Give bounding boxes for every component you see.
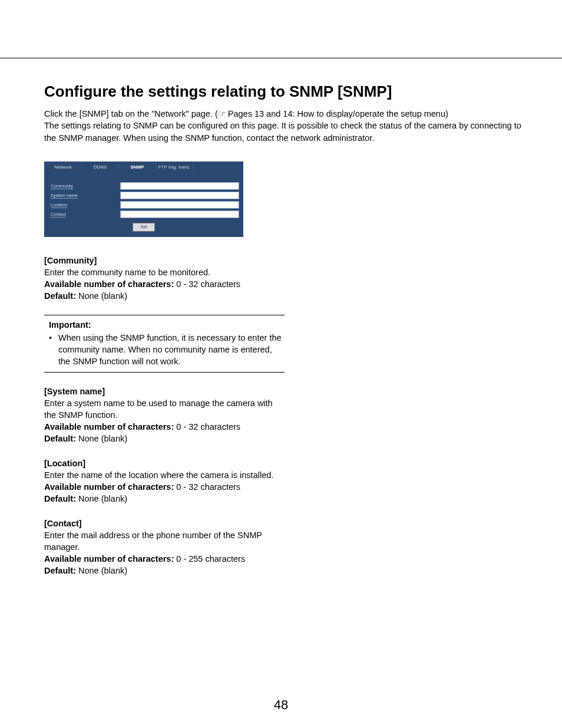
important-block: Important: • When using the SNMP functio… xyxy=(44,315,285,373)
system-name-desc: Enter a system name to be used to manage… xyxy=(44,397,285,421)
snmp-settings-screenshot: Network DDNS SNMP FTP img. trans. Commun… xyxy=(44,162,243,237)
contact-chars-label: Available number of characters: xyxy=(44,554,174,564)
contact-chars-value: 0 - 255 characters xyxy=(174,554,245,564)
form-area: Community System name Location Contact S… xyxy=(45,173,243,236)
contact-default-value: None (blank) xyxy=(76,566,127,575)
row-contact: Contact xyxy=(48,210,239,218)
bullet-dot: • xyxy=(49,332,54,367)
tab-ftp[interactable]: FTP img. trans. xyxy=(156,162,193,173)
intro-line-2: The settings relating to SNMP can be con… xyxy=(44,121,521,142)
label-location: Location xyxy=(48,202,120,207)
page-title: Configure the settings relating to SNMP … xyxy=(44,83,521,101)
label-system-name: System name xyxy=(48,193,120,198)
row-community: Community xyxy=(48,182,239,190)
input-contact[interactable] xyxy=(120,210,239,218)
contact-desc: Enter the mail address or the phone numb… xyxy=(44,529,285,553)
system-name-chars-label: Available number of characters: xyxy=(44,422,174,431)
label-community: Community xyxy=(48,183,120,189)
section-system-name: [System name] Enter a system name to be … xyxy=(44,386,285,444)
system-name-default-value: None (blank) xyxy=(76,434,127,443)
label-contact: Contact xyxy=(48,212,120,217)
community-default-value: None (blank) xyxy=(76,291,127,301)
row-location: Location xyxy=(48,201,239,209)
important-text: When using the SNMP function, it is nece… xyxy=(58,332,285,367)
system-name-title: [System name] xyxy=(44,386,285,397)
community-chars-label: Available number of characters: xyxy=(44,279,174,289)
location-default-label: Default: xyxy=(44,494,76,503)
location-chars-label: Available number of characters: xyxy=(44,482,174,492)
top-rule xyxy=(0,58,562,58)
location-desc: Enter the name of the location where the… xyxy=(44,469,285,481)
intro-text: Click the [SNMP] tab on the "Network" pa… xyxy=(44,108,521,144)
community-desc: Enter the community name to be monitored… xyxy=(44,266,285,278)
contact-title: [Contact] xyxy=(44,518,285,529)
location-chars-value: 0 - 32 characters xyxy=(174,482,240,492)
section-community: [Community] Enter the community name to … xyxy=(44,255,285,302)
contact-default-label: Default: xyxy=(44,566,76,575)
location-default-value: None (blank) xyxy=(76,494,127,503)
community-chars-value: 0 - 32 characters xyxy=(174,279,240,289)
community-default-label: Default: xyxy=(44,291,76,301)
tab-bar: Network DDNS SNMP FTP img. trans. xyxy=(45,162,243,173)
set-button[interactable]: Set xyxy=(133,223,155,232)
section-contact: [Contact] Enter the mail address or the … xyxy=(44,518,285,577)
input-location[interactable] xyxy=(120,201,239,209)
input-community[interactable] xyxy=(120,182,239,190)
important-rule-bottom xyxy=(44,372,285,373)
location-title: [Location] xyxy=(44,457,285,469)
tab-network[interactable]: Network xyxy=(45,162,82,173)
community-title: [Community] xyxy=(44,255,285,266)
page-number: 48 xyxy=(0,697,562,713)
section-location: [Location] Enter the name of the locatio… xyxy=(44,457,285,505)
important-label: Important: xyxy=(49,319,285,331)
row-system-name: System name xyxy=(48,192,239,199)
intro-line-1: Click the [SNMP] tab on the "Network" pa… xyxy=(44,109,448,118)
input-system-name[interactable] xyxy=(120,192,239,199)
tab-snmp[interactable]: SNMP xyxy=(119,162,156,173)
system-name-default-label: Default: xyxy=(44,434,76,443)
system-name-chars-value: 0 - 32 characters xyxy=(174,422,240,431)
tab-ddns[interactable]: DDNS xyxy=(82,162,119,173)
important-rule-top xyxy=(44,315,285,315)
